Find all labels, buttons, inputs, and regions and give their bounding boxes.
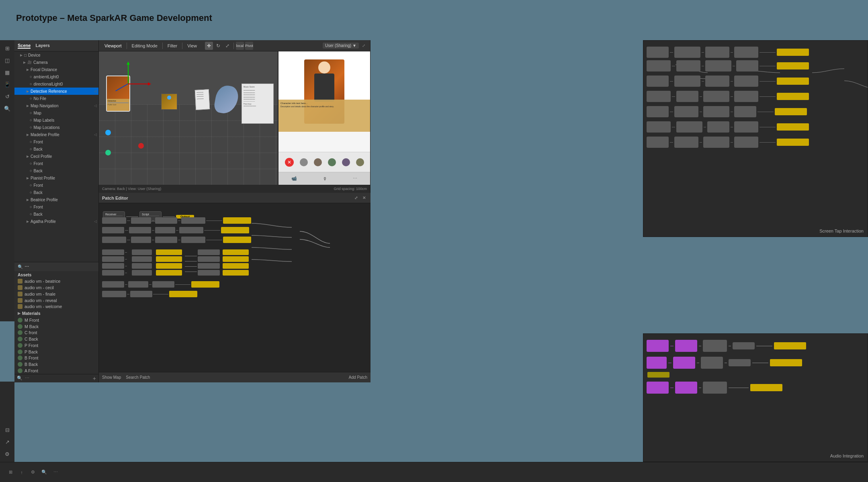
- sidebar-bottom-settings[interactable]: ⚙: [2, 449, 12, 459]
- sidebar-bottom-share[interactable]: ↗: [2, 437, 12, 447]
- tool-rotate[interactable]: ↻: [214, 42, 222, 50]
- screen-tap-label: Screen Tap Interaction: [819, 229, 864, 233]
- tree-item-beatrice[interactable]: ▶ Beatrice Profile: [14, 196, 98, 203]
- audio-canvas[interactable]: [643, 334, 868, 462]
- tree-item-maplabels[interactable]: ○ Map Labels: [14, 116, 98, 124]
- user-sharing-btn[interactable]: User (Sharing) ▼: [323, 43, 359, 49]
- material-m-back[interactable]: M Back: [14, 323, 98, 330]
- tool-local[interactable]: local: [236, 42, 244, 50]
- tree-item-focal[interactable]: ▶ Focal Distance: [14, 66, 98, 73]
- asset-audio-welcome[interactable]: audio vm - welcome: [14, 304, 98, 310]
- tree-item-madeline-front[interactable]: ○ Front: [14, 138, 98, 145]
- tree-item-ambient[interactable]: ○ ambientLight0: [14, 73, 98, 80]
- sidebar-icon-phone[interactable]: 📱: [2, 80, 12, 89]
- tree-item-beatrice-back[interactable]: ○ Back: [14, 210, 98, 218]
- tree-item-pianist-back[interactable]: ○ Back: [14, 189, 98, 196]
- bottom-icon-settings[interactable]: ⚙: [29, 468, 37, 476]
- tree-item-detective[interactable]: ▶ Detective Reference ◁: [14, 88, 98, 95]
- show-map-btn[interactable]: Show Map: [102, 375, 121, 380]
- tree-item-madeline[interactable]: ▶ Madeline Profile ◁: [14, 131, 98, 138]
- tree-item-agatha[interactable]: ▶ Agatha Profile ◁: [14, 218, 98, 225]
- material-b-front[interactable]: B Front: [14, 355, 98, 361]
- sidebar-icon-search[interactable]: 🔍: [2, 104, 12, 113]
- assets-label: Assets: [14, 271, 98, 278]
- tool-move[interactable]: ✛: [205, 42, 213, 50]
- asset-audio-reveal[interactable]: audio vm - reveal: [14, 297, 98, 304]
- material-p-back[interactable]: P Back: [14, 349, 98, 355]
- screen-tap-canvas[interactable]: [643, 41, 868, 237]
- mobile-close-btn[interactable]: ✕: [285, 158, 294, 167]
- transform-handle-blue: [105, 130, 111, 135]
- tree-item-pianist[interactable]: ▶ Pianist Profile: [14, 174, 98, 182]
- bottom-icon-grid[interactable]: ⊞: [6, 468, 14, 476]
- sidebar-bottom-layers[interactable]: ⊟: [2, 425, 12, 435]
- tree-item-beatrice-front[interactable]: ○ Front: [14, 203, 98, 210]
- left-sidebar: ⊞ ◫ ▦ 📱 ↺ 🔍: [0, 40, 14, 321]
- mobile-mic-icon: 🎙: [323, 176, 327, 181]
- mobile-preview-panel: Character info text here... Description …: [278, 51, 370, 185]
- viewport-3d-canvas: Detective Profile Card ═════════════════…: [99, 51, 370, 185]
- bottom-icon-menu[interactable]: ⋯: [51, 468, 59, 476]
- tab-scene[interactable]: Scene: [18, 43, 31, 49]
- character-card-left: Detective Profile Card: [106, 76, 130, 112]
- bottom-icon-search[interactable]: 🔍: [40, 468, 48, 476]
- scene-panel-header: Scene Layers: [14, 40, 98, 51]
- scene-tree: ▶ □ Device ▶ 🎥 Camera ▶ Focal Distance ○…: [14, 51, 98, 262]
- materials-label: ▶ Materials: [14, 310, 98, 317]
- add-patch-btn[interactable]: Add Patch: [349, 375, 367, 380]
- sidebar-icon-layers[interactable]: ◫: [2, 55, 12, 65]
- tree-item-camera[interactable]: ▶ 🎥 Camera: [14, 59, 98, 66]
- patch-expand-btn[interactable]: ⤢: [353, 195, 359, 200]
- mobile-toolbar: 📹 🎙 ⋯: [278, 172, 370, 185]
- material-c-back[interactable]: C Back: [14, 336, 98, 342]
- patch-editor-panel: Patch Editor ⤢ ✕ Receiver val Script out: [99, 193, 371, 382]
- material-b-back[interactable]: B Back: [14, 361, 98, 368]
- divider3: [182, 43, 182, 49]
- tree-item-device[interactable]: ▶ □ Device: [14, 51, 98, 59]
- bottom-icon-upload[interactable]: ↑: [18, 468, 26, 476]
- tree-item-cecil-front[interactable]: ○ Front: [14, 160, 98, 167]
- tree-item-cecil-back[interactable]: ○ Back: [14, 167, 98, 174]
- sidebar-icon-layout[interactable]: ⊞: [2, 43, 12, 53]
- tree-item-maplocations[interactable]: ○ Map Locations: [14, 124, 98, 131]
- patch-close-btn[interactable]: ✕: [361, 195, 367, 200]
- patch-editor-canvas[interactable]: Receiver val Script out Output: [99, 203, 371, 372]
- tool-pivot[interactable]: Pivot: [245, 42, 253, 50]
- sidebar-icon-refresh[interactable]: ↺: [2, 92, 12, 101]
- mobile-avatar-4: [342, 158, 350, 166]
- tab-view[interactable]: View: [185, 43, 199, 49]
- prop-sheet1: ════════════════════════: [195, 89, 210, 110]
- mobile-video-icon: 📹: [291, 176, 297, 181]
- tree-item-directional[interactable]: ○ directionalLight0: [14, 80, 98, 88]
- asset-audio-beatrice[interactable]: audio vm - beatrice: [14, 278, 98, 285]
- asset-audio-cecil[interactable]: audio vm - cecil: [14, 284, 98, 291]
- tree-item-nofile[interactable]: ○ No File: [14, 95, 98, 102]
- tab-filter[interactable]: Filter: [165, 43, 180, 49]
- tree-item-map[interactable]: ○ Map: [14, 109, 98, 116]
- material-p-front[interactable]: P Front: [14, 342, 98, 349]
- mobile-interaction-bar: ✕: [278, 152, 370, 172]
- left-sidebar-bottom: ⊟ ↗ ⚙: [0, 382, 14, 462]
- asset-audio-finale[interactable]: audio vm - finale: [14, 291, 98, 297]
- material-c-front[interactable]: C front: [14, 329, 98, 336]
- expand-viewport-btn[interactable]: ⤢: [360, 43, 367, 49]
- bottom-bar: ⊞ ↑ ⚙ 🔍 ⋯: [0, 462, 868, 482]
- search-patch-btn[interactable]: Search Patch: [126, 375, 150, 380]
- add-asset-btn[interactable]: +: [93, 375, 96, 382]
- tab-viewport[interactable]: Viewport: [102, 43, 124, 49]
- tab-editing-mode[interactable]: Editing Mode: [129, 43, 160, 49]
- tool-scale[interactable]: ⤢: [223, 42, 231, 50]
- transform-handle-top: [167, 96, 171, 100]
- tree-item-cecil[interactable]: ▶ Cecil Profile: [14, 153, 98, 160]
- sidebar-icon-chart[interactable]: ▦: [2, 67, 12, 77]
- material-a-front[interactable]: A Front: [14, 368, 98, 374]
- tab-layers[interactable]: Layers: [35, 43, 49, 49]
- mobile-avatar-3: [328, 158, 336, 166]
- mobile-screen-content: Character info text here... Description …: [278, 51, 370, 132]
- tree-item-mapnav[interactable]: ▶ Map Navigation ◁: [14, 102, 98, 109]
- patch-editor-footer: Show Map Search Patch Add Patch: [99, 372, 371, 382]
- tree-item-pianist-front[interactable]: ○ Front: [14, 182, 98, 189]
- tree-item-madeline-back[interactable]: ○ Back: [14, 145, 98, 153]
- divider: [127, 43, 127, 49]
- material-m-front[interactable]: M Front: [14, 317, 98, 323]
